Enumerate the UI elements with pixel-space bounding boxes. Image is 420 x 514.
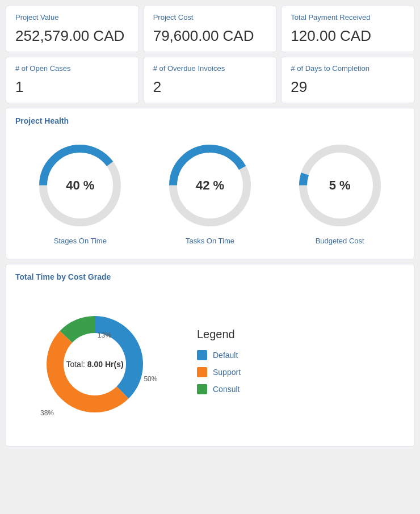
legend-item-label-1: Support [213, 368, 241, 377]
legend-title: Legend [197, 328, 393, 341]
pie-center-label: Total: 8.00 Hr(s) [66, 360, 123, 369]
health-charts: 40 % Stages On Time 42 % Tasks On Time 5… [15, 134, 405, 251]
top-card-value-0: 252,579.00 CAD [15, 27, 129, 45]
project-health-panel: Project Health 40 % Stages On Time 42 % … [6, 108, 414, 259]
legend-item-label-0: Default [213, 351, 238, 360]
top-cards-row: Project Value 252,579.00 CADProject Cost… [6, 6, 414, 52]
donut-wrapper-2: 5 % [295, 140, 385, 231]
legend-item-1: Support [197, 367, 393, 377]
top-card-0: Project Value 252,579.00 CAD [6, 6, 139, 52]
health-chart-item-0: 40 % Stages On Time [35, 140, 125, 245]
top-card-value-1: 79,600.00 CAD [153, 27, 267, 45]
cost-grade-panel: Total Time by Cost Grade Total: 8.00 Hr(… [6, 264, 414, 446]
mid-card-0: # of Open Cases 1 [6, 57, 139, 103]
donut-center-1: 42 % [196, 178, 224, 193]
cost-grade-title: Total Time by Cost Grade [15, 272, 405, 281]
health-chart-item-2: 5 % Budgeted Cost [295, 140, 385, 245]
chart-label-2: Budgeted Cost [316, 237, 364, 245]
legend-item-label-2: Consult [213, 385, 240, 394]
project-health-title: Project Health [15, 116, 405, 125]
donut-wrapper-1: 42 % [165, 140, 255, 231]
legend: Legend Default Support Consult [197, 328, 393, 401]
mid-card-value-0: 1 [15, 78, 129, 96]
chart-label-1: Tasks On Time [186, 237, 234, 245]
pie-segment-1 [47, 331, 129, 412]
donut-center-2: 5 % [329, 178, 351, 193]
legend-item-0: Default [197, 350, 393, 360]
top-card-value-2: 120.00 CAD [291, 27, 405, 45]
mid-card-1: # of Overdue Invoices 2 [144, 57, 277, 103]
top-card-label-0: Project Value [15, 13, 129, 22]
legend-swatch-0 [197, 350, 207, 360]
health-chart-item-1: 42 % Tasks On Time [165, 140, 255, 245]
mid-card-value-2: 29 [291, 78, 405, 96]
legend-swatch-1 [197, 367, 207, 377]
legend-item-2: Consult [197, 384, 393, 394]
pie-segment-0 [95, 316, 143, 399]
cost-grade-content: Total: 8.00 Hr(s) 13%50%38% Legend Defau… [15, 290, 405, 438]
top-card-label-1: Project Cost [153, 13, 267, 22]
mid-card-label-0: # of Open Cases [15, 64, 129, 73]
mid-card-2: # of Days to Completion 29 [281, 57, 414, 103]
donut-center-0: 40 % [66, 178, 94, 193]
top-card-2: Total Payment Received 120.00 CAD [281, 6, 414, 52]
top-card-label-2: Total Payment Received [291, 13, 405, 22]
legend-swatch-2 [197, 384, 207, 394]
mid-card-label-2: # of Days to Completion [291, 64, 405, 73]
top-card-1: Project Cost 79,600.00 CAD [144, 6, 277, 52]
chart-label-0: Stages On Time [54, 237, 107, 245]
mid-cards-row: # of Open Cases 1# of Overdue Invoices 2… [6, 57, 414, 103]
mid-card-value-1: 2 [153, 78, 267, 96]
donut-wrapper-0: 40 % [35, 140, 125, 231]
pie-chart: Total: 8.00 Hr(s) 13%50%38% [27, 296, 163, 432]
mid-card-label-1: # of Overdue Invoices [153, 64, 267, 73]
